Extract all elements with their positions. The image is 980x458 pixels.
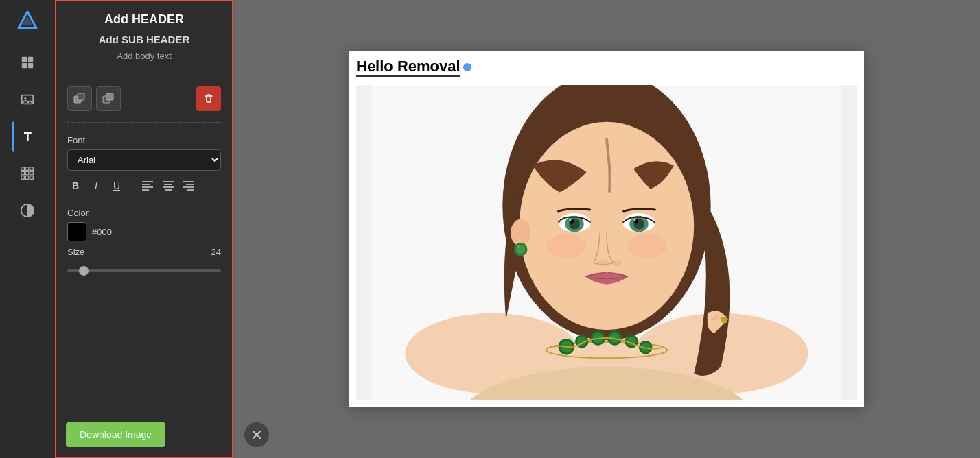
divider-1 [67,75,221,75]
app-logo [14,7,41,34]
canvas-inner: Hello Removal [349,51,864,407]
svg-rect-30 [165,189,172,191]
svg-rect-13 [25,171,29,175]
download-image-btn[interactable]: Download Image [66,422,165,447]
svg-rect-23 [142,181,153,182]
delete-btn[interactable] [196,86,221,111]
font-select[interactable]: Arial Times New Roman Helvetica Georgia … [67,149,221,171]
text-format-buttons: B I U [67,178,221,194]
svg-rect-33 [183,186,194,188]
color-hex-value: #000 [92,227,112,237]
underline-btn[interactable]: U [108,178,125,194]
svg-point-60 [517,245,520,248]
close-btn[interactable] [244,422,269,447]
align-left-btn[interactable] [139,178,156,194]
canvas-area: Hello Removal [233,0,980,458]
canvas-text-element[interactable]: Hello Removal [356,58,471,77]
svg-rect-15 [21,176,25,180]
svg-rect-5 [28,63,33,68]
svg-rect-4 [22,63,27,68]
color-swatch[interactable] [67,222,86,241]
adjust-icon-btn[interactable] [12,195,43,226]
size-value: 24 [211,247,221,257]
svg-rect-10 [25,167,29,171]
svg-point-7 [24,97,26,99]
text-resize-handle[interactable] [463,63,471,71]
svg-rect-22 [106,93,113,100]
pattern-icon-btn[interactable] [12,158,43,189]
svg-rect-17 [30,176,34,180]
panel-body-text: Add body text [67,51,221,61]
back-layer-btn[interactable] [67,86,92,111]
color-row: #000 [67,222,221,241]
svg-point-42 [520,122,694,330]
layer-controls [67,86,221,111]
align-center-btn[interactable] [160,178,176,194]
image-icon-btn[interactable] [12,84,43,115]
svg-rect-32 [186,184,194,185]
font-label: Font [67,135,221,145]
svg-point-43 [546,234,587,258]
svg-rect-31 [183,181,194,182]
size-slider[interactable] [67,269,221,272]
svg-rect-16 [25,176,29,180]
download-button-container: Download Image [66,422,165,447]
svg-rect-12 [21,171,25,175]
svg-rect-26 [142,189,149,191]
size-slider-container [67,263,221,275]
canvas-text-content: Hello Removal [356,58,460,77]
svg-text:T: T [23,130,31,144]
align-right-btn[interactable] [180,178,197,194]
panel-title: Add HEADER [67,12,221,27]
text-icon-btn[interactable]: T [12,121,43,152]
svg-point-44 [627,234,667,258]
svg-rect-27 [163,181,174,182]
close-button-area [244,422,269,447]
svg-point-49 [570,219,572,221]
app-container: T Add HEADER Add SUB [0,0,980,458]
grid-icon-btn[interactable] [12,47,43,78]
size-label: Size [67,247,84,257]
svg-rect-24 [142,184,150,185]
svg-rect-20 [78,93,84,100]
svg-rect-29 [163,186,174,188]
size-row: Size 24 [67,247,221,257]
canvas-photo [356,85,857,400]
divider-2 [67,122,221,123]
svg-rect-14 [30,171,34,175]
svg-rect-11 [30,167,34,171]
svg-point-54 [634,219,636,221]
svg-rect-28 [164,184,172,185]
layer-buttons [67,86,121,111]
svg-rect-9 [21,167,25,171]
svg-rect-25 [142,186,153,188]
icon-sidebar: T [0,0,55,458]
format-divider [132,180,132,191]
svg-point-56 [611,259,622,266]
color-label: Color [67,208,221,218]
front-layer-btn[interactable] [96,86,121,111]
italic-btn[interactable]: I [88,178,104,194]
portrait-svg [356,85,857,400]
color-section: Color #000 [67,201,221,241]
svg-rect-2 [22,57,27,62]
bold-btn[interactable]: B [67,178,84,194]
panel-subtitle: Add SUB HEADER [67,34,221,45]
svg-point-57 [511,219,530,246]
svg-point-74 [721,317,727,324]
svg-rect-3 [28,57,33,62]
svg-point-55 [598,259,609,266]
tool-panel: Add HEADER Add SUB HEADER Add body text [55,0,233,458]
svg-rect-34 [187,189,194,191]
